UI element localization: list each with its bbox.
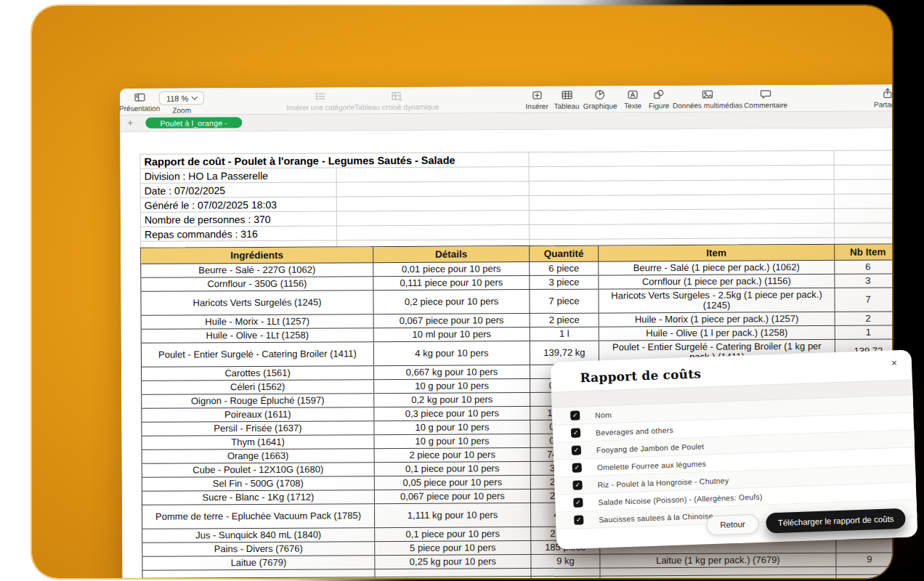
- spreadsheet-cell[interactable]: Persil - Frisée (1637): [142, 421, 374, 436]
- spreadsheet-cell[interactable]: [375, 569, 531, 577]
- spreadsheet-cell[interactable]: 0,067 piece pour 10 pers: [374, 314, 530, 328]
- spreadsheet-cell[interactable]: 0,2 kg pour 10 pers: [374, 393, 530, 407]
- spreadsheet-cell[interactable]: 0,111 piece pour 10 pers: [373, 276, 530, 290]
- spreadsheet-cell[interactable]: 10 g pour 10 pers: [374, 420, 530, 434]
- spreadsheet-cell[interactable]: Repas commandés : 316: [141, 226, 337, 241]
- close-icon[interactable]: ×: [891, 357, 897, 368]
- media-button[interactable]: Données multimédias: [673, 89, 742, 110]
- spreadsheet-cell[interactable]: [601, 575, 837, 578]
- spreadsheet-cell[interactable]: 6: [835, 260, 892, 273]
- spreadsheet-cell[interactable]: Céleri (1562): [142, 380, 374, 394]
- spreadsheet-cell[interactable]: [600, 567, 836, 576]
- spreadsheet-cell[interactable]: 2 piece pour 10 pers: [375, 448, 531, 462]
- spreadsheet-cell[interactable]: 0,067 piece pour 10 pers: [375, 489, 531, 503]
- spreadsheet-cell[interactable]: 0,1 piece pour 10 pers: [375, 527, 531, 541]
- spreadsheet-cell[interactable]: Haricots Verts Surgeles - 2.5kg (1 piece…: [599, 288, 835, 313]
- spreadsheet-cell[interactable]: 4 kg pour 10 pers: [374, 341, 530, 365]
- shape-button[interactable]: Figure: [649, 89, 670, 110]
- spreadsheet-cell[interactable]: Cube - Poulet - 12X10G (1680): [142, 463, 375, 477]
- spreadsheet-cell[interactable]: 9 kg: [531, 555, 600, 568]
- spreadsheet-cell[interactable]: Nombre de personnes : 370: [141, 211, 337, 227]
- spreadsheet-cell[interactable]: Beurre - Salé (1 piece per pack.) (1062): [599, 261, 835, 275]
- checkbox-checked[interactable]: ✓: [572, 463, 582, 472]
- spreadsheet-cell[interactable]: [530, 209, 835, 225]
- spreadsheet-cell[interactable]: [337, 167, 530, 182]
- spreadsheet-cell[interactable]: 2 piece: [530, 314, 599, 327]
- spreadsheet-cell[interactable]: 7 piece: [530, 290, 599, 313]
- spreadsheet-cell[interactable]: [532, 577, 601, 578]
- spreadsheet-cell[interactable]: 7: [835, 288, 892, 311]
- spreadsheet-cell[interactable]: 0,667 kg pour 10 pers: [374, 365, 530, 379]
- spreadsheet-cell[interactable]: Division : HO La Passerelle: [141, 168, 337, 183]
- presentation-button[interactable]: Présentation: [120, 92, 160, 113]
- spreadsheet-cell[interactable]: 9: [836, 553, 892, 566]
- spreadsheet-cell[interactable]: [337, 182, 530, 197]
- spreadsheet-cell[interactable]: [530, 224, 835, 240]
- spreadsheet-cell[interactable]: Carottes (1561): [142, 366, 374, 381]
- spreadsheet-cell[interactable]: Huile - Morix - 1Lt (1257): [142, 314, 374, 329]
- spreadsheet-cell[interactable]: 3: [835, 274, 892, 287]
- spreadsheet-cell[interactable]: 0,2 piece pour 10 pers: [373, 290, 530, 314]
- spreadsheet-cell[interactable]: 0,01 piece pour 10 pers: [373, 262, 530, 276]
- spreadsheet-cell[interactable]: 10 ml pour 10 pers: [374, 328, 530, 341]
- spreadsheet-cell[interactable]: [836, 539, 892, 552]
- spreadsheet-cell[interactable]: [835, 223, 892, 237]
- spreadsheet-cell[interactable]: Haricots Verts Surgelés (1245): [141, 290, 373, 315]
- spreadsheet-cell[interactable]: [529, 151, 834, 167]
- spreadsheet-cell[interactable]: Laitue (1 kg per pack.) (7679): [600, 553, 836, 568]
- comment-button[interactable]: Commentaire: [744, 88, 787, 109]
- insert-category-button[interactable]: Insérer une catégorie: [286, 90, 355, 111]
- spreadsheet-cell[interactable]: Nb Item: [835, 244, 892, 259]
- spreadsheet-cell[interactable]: [530, 166, 835, 182]
- checkbox-checked[interactable]: ✓: [574, 515, 583, 524]
- spreadsheet-cell[interactable]: 1 l: [530, 328, 599, 341]
- spreadsheet-cell[interactable]: Sucre - Blanc - 1Kg (1712): [142, 490, 375, 505]
- checkbox-checked[interactable]: ✓: [572, 480, 582, 489]
- spreadsheet-cell[interactable]: 2: [835, 312, 892, 325]
- spreadsheet-cell[interactable]: Pains - Divers (7676): [142, 542, 375, 556]
- spreadsheet-cell[interactable]: 5 piece pour 10 pers: [375, 541, 531, 555]
- spreadsheet-cell[interactable]: 0,25 kg pour 10 pers: [375, 555, 531, 569]
- spreadsheet-cell[interactable]: 3 piece: [530, 276, 599, 289]
- sheet-tab-active[interactable]: Poulet à l_orange -: [145, 117, 242, 129]
- chart-button[interactable]: Graphique: [583, 89, 617, 110]
- text-button[interactable]: Texte: [624, 89, 641, 110]
- spreadsheet-cell[interactable]: [835, 179, 892, 194]
- spreadsheet-cell[interactable]: Oignon - Rouge Épluché (1597): [142, 394, 374, 408]
- insert-button[interactable]: Insérer: [525, 89, 548, 110]
- share-button[interactable]: Partager: [874, 87, 892, 108]
- download-report-button[interactable]: Télécharger le rapport de coûts: [766, 508, 906, 534]
- checkbox-checked[interactable]: ✓: [571, 428, 580, 437]
- spreadsheet-cell[interactable]: Laitue (7679): [142, 556, 375, 570]
- spreadsheet-cell[interactable]: Huile - Olive - 1Lt (1258): [142, 328, 374, 343]
- add-sheet-button[interactable]: +: [127, 117, 133, 129]
- spreadsheet-cell[interactable]: [835, 208, 892, 223]
- spreadsheet-cell[interactable]: 1: [835, 325, 892, 338]
- spreadsheet-cell[interactable]: Cornflour - 350G (1156): [141, 277, 373, 291]
- spreadsheet-cell[interactable]: Sel Fin - 500G (1708): [142, 476, 375, 491]
- spreadsheet-cell[interactable]: Date : 07/02/2025: [141, 182, 337, 198]
- spreadsheet-cell[interactable]: [337, 211, 530, 226]
- spreadsheet-cell[interactable]: [834, 150, 892, 165]
- spreadsheet-cell[interactable]: [530, 195, 835, 211]
- spreadsheet-cell[interactable]: 0,1 piece pour 10 pers: [375, 462, 531, 476]
- spreadsheet-cell[interactable]: Détails: [373, 246, 530, 262]
- spreadsheet-cell[interactable]: 6 piece: [530, 262, 599, 275]
- spreadsheet-cell[interactable]: [835, 194, 892, 208]
- spreadsheet-cell[interactable]: Item: [599, 245, 835, 261]
- zoom-control[interactable]: 118 % Zoom: [159, 91, 205, 114]
- spreadsheet-cell[interactable]: Rapport de coût - Poulet à l'orange - Le…: [140, 153, 529, 169]
- spreadsheet-cell[interactable]: Poireaux (1611): [142, 407, 374, 422]
- spreadsheet-cell[interactable]: [337, 225, 530, 240]
- spreadsheet-cell[interactable]: Orange (1663): [142, 449, 375, 463]
- spreadsheet-cell[interactable]: 10 g pour 10 pers: [374, 379, 530, 393]
- spreadsheet-cell[interactable]: [337, 196, 530, 211]
- spreadsheet-cell[interactable]: 10 g pour 10 pers: [375, 434, 531, 448]
- back-button[interactable]: Retour: [706, 513, 759, 535]
- spreadsheet-cell[interactable]: Huile - Olive (1 l per pack.) (1258): [599, 326, 835, 341]
- spreadsheet-cell[interactable]: Cornflour (1 piece per pack.) (1156): [599, 275, 835, 289]
- spreadsheet-cell[interactable]: [836, 566, 892, 574]
- spreadsheet-cell[interactable]: Jus - Sunquick 840 mL (1840): [142, 528, 375, 543]
- checkbox-checked[interactable]: ✓: [572, 445, 581, 455]
- spreadsheet-cell[interactable]: [376, 577, 532, 578]
